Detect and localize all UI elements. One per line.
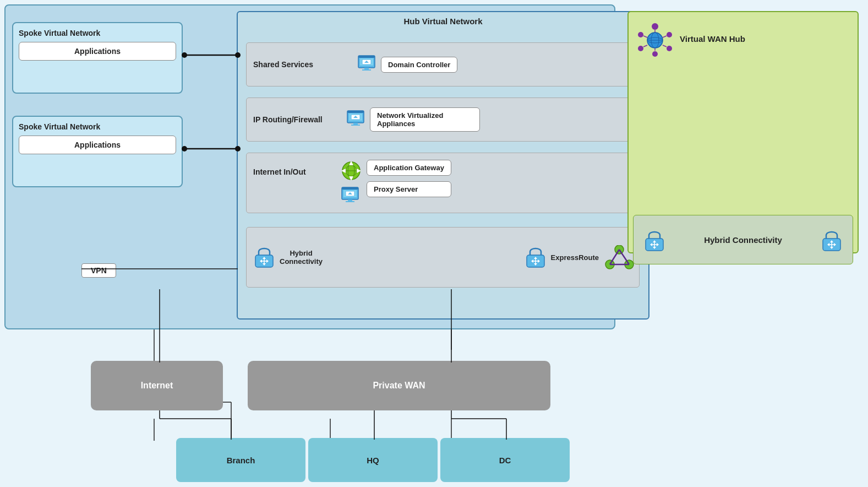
nva-label: Network Virtualized Appliances xyxy=(377,111,473,128)
app-gateway-label: Application Gateway xyxy=(374,164,444,172)
svg-line-75 xyxy=(643,45,647,47)
internet-label: Internet xyxy=(141,381,173,391)
proxy-server-label: Proxy Server xyxy=(374,185,418,193)
private-wan-box: Private WAN xyxy=(248,361,550,410)
branch-box: Branch xyxy=(176,438,305,482)
ip-routing-label: IP Routing/Firewall xyxy=(247,115,324,124)
wan-hybrid-label: Hybrid Connectivity xyxy=(675,235,811,245)
shared-services-row: Shared Services Domain Controller xyxy=(246,42,640,86)
spoke1-app: Applications xyxy=(19,42,176,61)
svg-line-72 xyxy=(663,36,667,37)
internet-inout-label: Internet In/Out xyxy=(247,158,324,176)
hub-title: Hub Virtual Network xyxy=(403,17,482,26)
svg-line-63 xyxy=(610,250,619,264)
shared-services-label: Shared Services xyxy=(247,60,324,69)
dc-box: DC xyxy=(440,438,570,482)
svg-rect-17 xyxy=(358,56,375,58)
wan-hub-title: Virtual WAN Hub xyxy=(680,34,745,44)
hub-network: Hub Virtual Network Shared Services Doma… xyxy=(237,11,649,320)
svg-point-70 xyxy=(638,32,643,37)
internet-box: Internet xyxy=(91,361,223,410)
spoke1-title: Spoke Virtual Network xyxy=(19,29,176,37)
ip-routing-row: IP Routing/Firewall Network Virtualized … xyxy=(246,98,640,142)
expressroute-label: ExpressRoute xyxy=(551,253,599,262)
vpn-label: VPN xyxy=(81,263,116,278)
hybrid-conn-row: Hybrid Connectivity ExpressRoute xyxy=(246,227,640,288)
spoke2-app: Applications xyxy=(19,136,176,154)
domain-controller-label: Domain Controller xyxy=(388,61,450,69)
domain-controller-box: Domain Controller xyxy=(381,57,457,73)
nva-box: Network Virtualized Appliances xyxy=(370,107,480,132)
svg-rect-24 xyxy=(347,111,364,113)
hq-box: HQ xyxy=(308,438,438,482)
svg-rect-39 xyxy=(342,187,358,190)
spoke-network-1: Spoke Virtual Network Applications xyxy=(12,22,183,94)
branch-label: Branch xyxy=(227,456,255,465)
dc-label: DC xyxy=(499,456,511,465)
spoke-network-2: Spoke Virtual Network Applications xyxy=(12,116,183,187)
svg-line-73 xyxy=(663,45,667,47)
svg-rect-42 xyxy=(346,201,354,202)
app-gateway-box: Application Gateway xyxy=(367,160,451,176)
proxy-server-box: Proxy Server xyxy=(367,181,451,197)
hq-label: HQ xyxy=(367,456,379,465)
private-wan-label: Private WAN xyxy=(373,381,425,391)
spoke2-title: Spoke Virtual Network xyxy=(19,122,176,131)
svg-rect-20 xyxy=(362,69,371,71)
svg-point-65 xyxy=(652,23,658,30)
svg-rect-27 xyxy=(351,125,360,126)
svg-point-69 xyxy=(638,46,643,51)
svg-point-67 xyxy=(667,46,672,51)
internet-inout-row: Internet In/Out xyxy=(246,153,640,213)
wan-hybrid-conn: Hybrid Connectivity xyxy=(633,215,853,264)
svg-point-68 xyxy=(652,51,658,57)
svg-point-66 xyxy=(667,32,672,37)
svg-line-76 xyxy=(643,36,647,37)
hybrid-conn-label1: Hybrid xyxy=(280,249,323,257)
